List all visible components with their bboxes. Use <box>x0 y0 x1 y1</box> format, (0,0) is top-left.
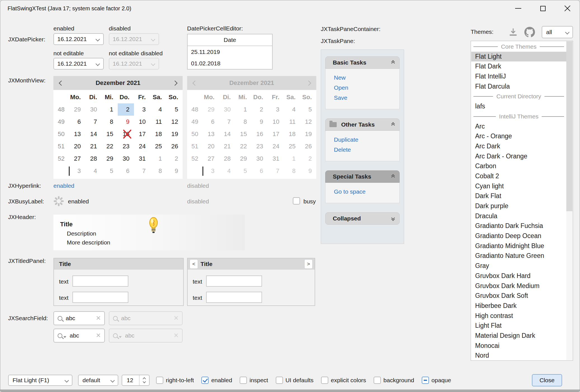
theme-list-item[interactable]: Flat Dark <box>471 61 566 72</box>
calendar-day-cell[interactable]: 29 <box>102 153 118 165</box>
calendar-day-cell[interactable]: 20 <box>69 140 85 153</box>
checkbox-box[interactable] <box>240 377 247 384</box>
calendar-day-cell[interactable]: 31 <box>134 153 150 165</box>
theme-list-item[interactable]: Flat IntelliJ <box>471 72 566 82</box>
calendar-day-cell[interactable]: 27 <box>69 153 85 165</box>
calendar-day-cell[interactable]: 2 <box>118 103 134 116</box>
calendar-day-cell[interactable]: 7 <box>85 116 102 128</box>
calendar-day-cell[interactable]: 18 <box>150 128 166 140</box>
theme-list-item[interactable]: Dracula <box>471 211 566 221</box>
theme-list-item[interactable]: Cyan light <box>471 181 566 191</box>
theme-list-item[interactable]: Flat Light <box>471 52 566 62</box>
theme-list-item[interactable]: lafs <box>471 101 566 111</box>
datepicker-enabled[interactable]: 16.12.2021 <box>53 33 104 45</box>
task-link[interactable]: Open <box>326 83 399 93</box>
calendar-day-cell[interactable]: 25 <box>150 140 166 153</box>
datepicker-dropdown-button[interactable] <box>92 34 103 44</box>
text-input[interactable] <box>206 292 262 303</box>
calendar-day-cell[interactable]: 13 <box>69 128 85 140</box>
calendar-day-cell[interactable]: 4 <box>150 103 166 116</box>
theme-list-item[interactable]: Gray <box>471 261 566 271</box>
spinner-buttons[interactable] <box>139 375 149 385</box>
theme-list-item[interactable]: Dark purple <box>471 201 566 211</box>
taskpane-group-titlebar[interactable]: Other Tasks <box>325 118 400 131</box>
theme-list-item[interactable]: Arc <box>471 122 566 132</box>
calendar-day-cell[interactable]: 21 <box>85 140 102 153</box>
theme-list-item[interactable]: Gruvbox Dark Medium <box>471 281 566 291</box>
clear-icon[interactable]: ✕ <box>96 315 101 322</box>
download-icon[interactable] <box>508 27 518 37</box>
hyperlink-enabled[interactable]: enabled <box>53 182 74 189</box>
calendar-day-cell[interactable]: 9 <box>166 165 183 177</box>
calendar-day-cell[interactable]: 8 <box>150 165 166 177</box>
calendar-day-cell[interactable]: 29 <box>69 103 85 116</box>
calendar-day-cell[interactable]: 15 <box>102 128 118 140</box>
calendar-day-cell[interactable]: 6 <box>118 165 134 177</box>
calendar-day-cell[interactable]: 30 <box>118 153 134 165</box>
checkbox-box[interactable] <box>374 377 381 384</box>
laf-combobox[interactable]: Flat Light (F1) <box>8 375 72 386</box>
calendar-day-cell[interactable]: 12 <box>166 116 183 128</box>
calendar-day-cell[interactable]: 14 <box>85 128 102 140</box>
theme-list-item[interactable]: Gradianto Nature Green <box>471 251 566 261</box>
theme-list-item[interactable]: Cobalt 2 <box>471 171 566 181</box>
calendar-day-cell[interactable]: 30 <box>85 103 102 116</box>
font-size-spinner[interactable]: 12 <box>122 375 150 386</box>
calendar-day-cell[interactable]: 4 <box>85 165 102 177</box>
checkbox-box[interactable] <box>156 377 163 384</box>
text-input[interactable] <box>72 292 128 303</box>
titledpanel-right-button[interactable]: > <box>304 259 313 269</box>
searchfield-enabled[interactable]: ✕ <box>53 311 105 325</box>
calendar-day-cell[interactable]: 1 <box>150 153 166 165</box>
calendar-day-cell[interactable]: 3 <box>69 165 85 177</box>
theme-list-item[interactable]: Nord <box>471 351 566 361</box>
minimize-button[interactable] <box>506 0 531 16</box>
text-input[interactable] <box>72 275 128 287</box>
previous-month-button[interactable] <box>53 76 69 90</box>
taskpane-group-titlebar[interactable]: Collapsed <box>325 212 400 225</box>
theme-list-item[interactable]: Gruvbox Dark Hard <box>471 271 566 281</box>
taskpane-group-titlebar[interactable]: Basic Tasks <box>325 56 400 69</box>
titledpanel-left-button[interactable]: < <box>190 259 198 269</box>
table-row[interactable]: 25.11.2019 <box>188 46 272 58</box>
calendar-day-cell[interactable]: 8 <box>102 116 118 128</box>
searchfield-menu-enabled[interactable]: ✕ <box>53 329 105 343</box>
calendar-day-cell[interactable]: 6 <box>69 116 85 128</box>
theme-list-item[interactable]: Gradianto Midnight Blue <box>471 241 566 251</box>
theme-list-item[interactable]: Carbon <box>471 161 566 171</box>
theme-list-item[interactable]: Gradianto Dark Fuchsia <box>471 221 566 231</box>
theme-list-item[interactable]: Hiberbee Dark <box>471 301 566 311</box>
calendar-day-cell[interactable]: 16 <box>118 128 134 140</box>
theme-list-item[interactable]: High contrast <box>471 311 566 321</box>
calendar-day-cell[interactable]: 22 <box>102 140 118 153</box>
themes-filter-combobox[interactable]: all <box>542 26 573 38</box>
datepicker-not-editable[interactable]: 16.12.2021 <box>53 58 104 70</box>
busy-checkbox[interactable] <box>293 197 300 206</box>
task-link[interactable]: Go to space <box>326 187 399 197</box>
table-row[interactable]: 01.02.2018 <box>188 58 272 69</box>
checkbox-box[interactable] <box>276 377 283 384</box>
calendar-day-cell[interactable]: 24 <box>134 140 150 153</box>
calendar-day-cell[interactable]: 7 <box>134 165 150 177</box>
theme-list-item[interactable]: Gradianto Deep Ocean <box>471 231 566 241</box>
next-month-button[interactable] <box>167 76 183 90</box>
text-input[interactable] <box>206 275 262 287</box>
checkbox-box[interactable] <box>293 197 300 205</box>
calendar-day-cell[interactable]: 5 <box>166 103 183 116</box>
close-window-button[interactable] <box>555 0 580 16</box>
calendar-day-cell[interactable]: 3 <box>134 103 150 116</box>
datepicker-dropdown-button[interactable] <box>92 58 103 69</box>
calendar-day-cell[interactable]: 23 <box>118 140 134 153</box>
task-link[interactable]: Save <box>326 93 399 103</box>
task-link[interactable]: Duplicate <box>326 135 399 145</box>
calendar-day-cell[interactable]: 5 <box>102 165 118 177</box>
close-button[interactable]: Close <box>532 374 562 386</box>
theme-list-item[interactable]: Monocai <box>471 341 566 351</box>
github-icon[interactable] <box>524 27 535 37</box>
calendar-day-cell[interactable]: 26 <box>166 140 183 153</box>
theme-list-item[interactable]: Light Flat <box>471 321 566 331</box>
calendar-day-cell[interactable]: 17 <box>134 128 150 140</box>
theme-list-item[interactable]: Arc Dark - Orange <box>471 151 566 161</box>
scrollbar-thumb[interactable] <box>566 41 572 211</box>
search-input[interactable] <box>66 332 96 339</box>
